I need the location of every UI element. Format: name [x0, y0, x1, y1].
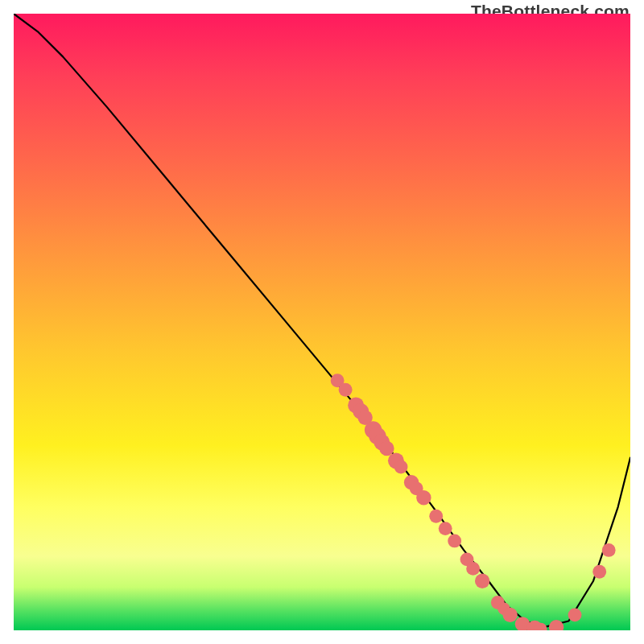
data-marker [416, 490, 431, 505]
data-marker [602, 543, 616, 557]
data-marker [339, 383, 353, 397]
data-marker [379, 441, 394, 456]
data-marker [475, 574, 489, 588]
chart-container: TheBottleneck.com [0, 0, 644, 644]
curve-line [14, 14, 630, 627]
data-marker [502, 608, 517, 622]
plot-area [14, 14, 630, 630]
data-markers [331, 374, 616, 630]
data-marker [429, 510, 443, 523]
data-marker [592, 565, 606, 579]
data-marker [394, 460, 408, 474]
data-marker [549, 620, 564, 630]
data-marker [439, 522, 452, 535]
data-marker [448, 535, 461, 548]
chart-svg [14, 14, 630, 630]
data-marker [568, 608, 582, 621]
data-marker [466, 562, 480, 576]
